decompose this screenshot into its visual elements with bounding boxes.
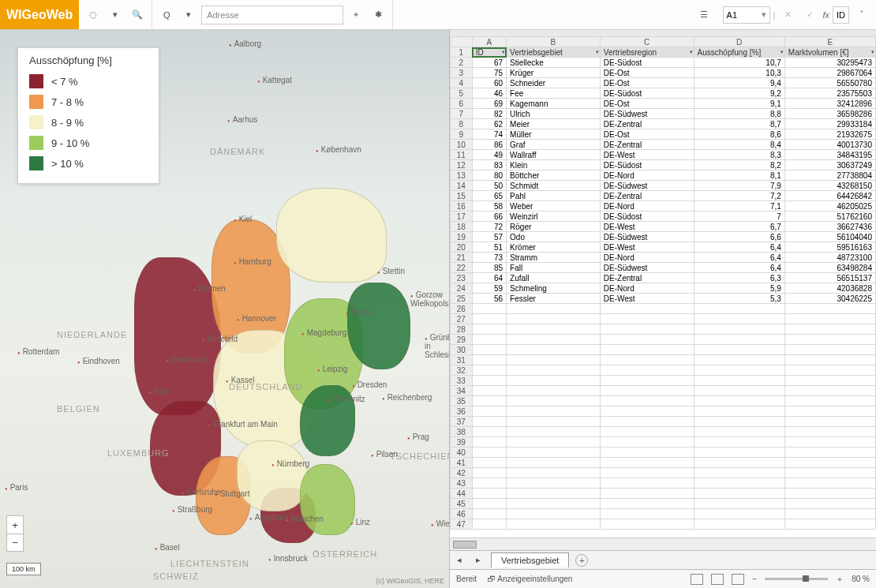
row-number[interactable]: 22: [451, 263, 473, 273]
view-normal-icon[interactable]: [691, 574, 703, 585]
cell[interactable]: [784, 304, 875, 314]
cell[interactable]: Fessler: [507, 294, 601, 304]
dropdown-icon[interactable]: ▾: [106, 6, 125, 24]
cell[interactable]: [694, 314, 784, 324]
row-number[interactable]: 23: [451, 273, 473, 283]
cancel-icon[interactable]: ✕: [778, 6, 797, 24]
cell[interactable]: [472, 376, 506, 386]
cell[interactable]: 57: [472, 232, 506, 242]
cell[interactable]: [600, 396, 694, 406]
map-region[interactable]: [347, 283, 410, 369]
cell[interactable]: 10,3: [694, 68, 784, 78]
cell[interactable]: [600, 365, 694, 376]
cell[interactable]: 59516163: [784, 242, 875, 253]
cell[interactable]: [694, 345, 784, 355]
cell[interactable]: DE-West: [600, 150, 694, 160]
row-number[interactable]: 46: [451, 509, 473, 519]
cell[interactable]: [784, 437, 875, 448]
filter-icon[interactable]: ▾: [871, 49, 874, 55]
cell[interactable]: 67: [472, 58, 506, 68]
row-number[interactable]: 24: [451, 283, 473, 294]
row-number[interactable]: 1: [451, 47, 473, 58]
select-tool-icon[interactable]: ◌: [84, 6, 103, 24]
cell[interactable]: 8,1: [694, 170, 784, 181]
cell[interactable]: 60: [472, 78, 506, 88]
cell[interactable]: 30637249: [784, 160, 875, 170]
cell[interactable]: 74: [472, 129, 506, 140]
cell[interactable]: [694, 376, 784, 386]
dropdown-icon[interactable]: ▾: [179, 6, 198, 24]
cell[interactable]: [694, 437, 784, 448]
cell[interactable]: [600, 345, 694, 355]
cell[interactable]: DE-Südwest: [600, 232, 694, 242]
cell[interactable]: [507, 499, 601, 509]
cell[interactable]: [507, 386, 601, 396]
cell[interactable]: 72: [472, 222, 506, 232]
cell[interactable]: [600, 376, 694, 386]
cell[interactable]: 29933184: [784, 119, 875, 129]
tab-scroll-left-icon[interactable]: ◂: [450, 551, 469, 570]
cell[interactable]: 6,4: [694, 253, 784, 263]
row-number[interactable]: 31: [451, 355, 473, 365]
cell[interactable]: [507, 304, 601, 314]
cell[interactable]: 46205025: [784, 201, 875, 212]
cell[interactable]: DE-Südwest: [600, 263, 694, 273]
row-number[interactable]: 47: [451, 519, 473, 530]
cell[interactable]: [784, 324, 875, 335]
cell[interactable]: 86: [472, 140, 506, 150]
cell[interactable]: 64: [472, 273, 506, 283]
row-number[interactable]: 38: [451, 427, 473, 437]
zoom-plus-icon[interactable]: ＋: [836, 574, 844, 585]
cell[interactable]: 8,8: [694, 109, 784, 119]
zoom-slider[interactable]: [765, 578, 828, 580]
cell[interactable]: [694, 509, 784, 519]
cell[interactable]: 7,9: [694, 181, 784, 191]
cell[interactable]: [472, 396, 506, 406]
cell[interactable]: [784, 365, 875, 376]
cell[interactable]: 9,2: [694, 88, 784, 99]
cell[interactable]: 49: [472, 150, 506, 160]
cell[interactable]: 62: [472, 119, 506, 129]
header-cell[interactable]: Vertriebsgebiet▾: [507, 47, 601, 58]
cell[interactable]: 6,7: [694, 222, 784, 232]
cell[interactable]: 69: [472, 99, 506, 109]
cell[interactable]: [507, 396, 601, 406]
cell[interactable]: 7: [694, 212, 784, 222]
confirm-icon[interactable]: ✓: [800, 6, 819, 24]
row-number[interactable]: 29: [451, 335, 473, 345]
cell[interactable]: [784, 417, 875, 427]
cell[interactable]: [694, 519, 784, 530]
cell[interactable]: 32412896: [784, 99, 875, 109]
cell[interactable]: 46: [472, 88, 506, 99]
cell[interactable]: DE-West: [600, 222, 694, 232]
cell[interactable]: [694, 478, 784, 489]
view-break-icon[interactable]: [732, 574, 744, 585]
expand-formula-icon[interactable]: ˅: [852, 6, 871, 24]
row-number[interactable]: 34: [451, 386, 473, 396]
sheet-tab[interactable]: Vertriebsgebiet: [491, 552, 569, 567]
row-number[interactable]: 26: [451, 304, 473, 314]
filter-icon[interactable]: ▾: [690, 49, 693, 55]
cell[interactable]: [472, 417, 506, 427]
cell[interactable]: [694, 458, 784, 468]
cell[interactable]: [694, 355, 784, 365]
cell[interactable]: [472, 304, 506, 314]
cell[interactable]: [507, 355, 601, 365]
cell[interactable]: [694, 304, 784, 314]
cell[interactable]: 75: [472, 68, 506, 78]
column-header[interactable]: A: [472, 37, 506, 47]
cell[interactable]: DE-Südost: [600, 160, 694, 170]
cell[interactable]: [600, 468, 694, 478]
cell[interactable]: [600, 499, 694, 509]
cell[interactable]: DE-Zentral: [600, 273, 694, 283]
row-number[interactable]: 11: [451, 150, 473, 160]
cell[interactable]: [600, 335, 694, 345]
cell[interactable]: Schmidt: [507, 181, 601, 191]
row-number[interactable]: 14: [451, 181, 473, 191]
cell[interactable]: [694, 417, 784, 427]
tab-scroll-right-icon[interactable]: ▸: [469, 551, 488, 570]
cell[interactable]: [694, 406, 784, 417]
row-number[interactable]: 44: [451, 489, 473, 499]
cell[interactable]: DE-Südwest: [600, 109, 694, 119]
cell[interactable]: [694, 386, 784, 396]
